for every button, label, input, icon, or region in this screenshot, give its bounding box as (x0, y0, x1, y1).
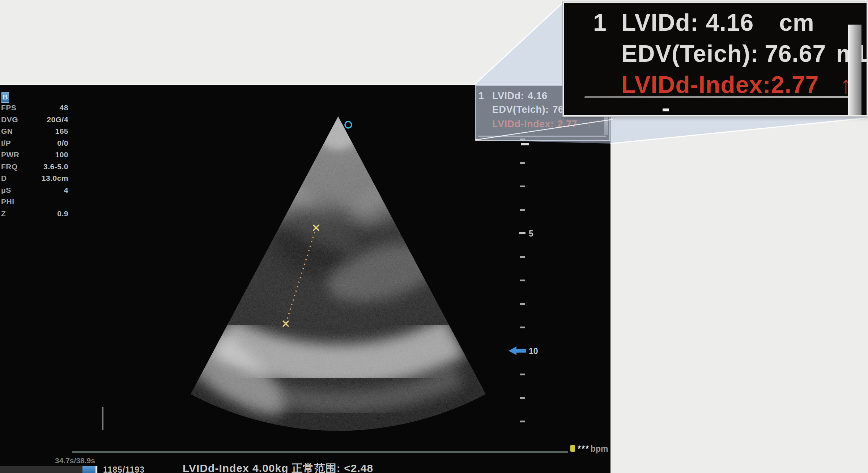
cine-progress-thumb[interactable] (82, 466, 97, 473)
cine-time-readout: 34.7s/38.9s (55, 456, 95, 465)
callout-line-lvidd: 1LVIDd:4.16cm (593, 9, 814, 36)
depth-scale: 5 10 (509, 139, 538, 422)
mode-badge: B (1, 92, 9, 103)
cine-progress-bar[interactable] (0, 466, 98, 473)
callout-line-edv: EDV(Teich):76.67mL (621, 40, 868, 67)
param-pwr: PWR100 (1, 149, 68, 161)
callout-separator (584, 96, 854, 98)
ultrasound-sector-image: 5 10 (0, 85, 610, 473)
callout-scrollbar[interactable] (848, 25, 861, 115)
param-z: Z0.9 (1, 208, 68, 220)
high-value-arrow-icon: ↑ (587, 119, 592, 129)
param-ip: I/P0/0 (1, 137, 68, 149)
callout-line-lvidd-index: LVIDd-Index:2.77↑ (621, 71, 852, 98)
results-window-handle[interactable] (521, 143, 529, 145)
param-depth: D13.0cm (1, 172, 68, 184)
result-line-lvidd-index: LVIDd-Index:2.77↑ (492, 119, 592, 130)
param-gn: GN165 (1, 125, 68, 137)
cine-frame-counter: 1185/1193 (103, 465, 145, 473)
param-fps: FPS48 (1, 102, 68, 114)
param-dvg: DVG20G/4 (1, 114, 68, 126)
results-separator (478, 136, 606, 137)
focus-marker-icon[interactable] (509, 346, 526, 355)
parameter-column: FPS48 DVG20G/4 GN165 I/P0/0 PWR100 FRQ3.… (1, 102, 68, 220)
status-bar-text: LVIDd-Index 4.00kg 正常范围: <2.48 (183, 461, 373, 473)
param-us: μS4 (1, 184, 68, 196)
depth-label-5: 5 (529, 229, 533, 238)
probe-orientation-marker-icon (345, 122, 352, 128)
measurement-zoom-callout: 1LVIDd:4.16cm EDV(Teich):76.67mL LVIDd-I… (563, 1, 868, 116)
ecg-baseline (72, 451, 568, 453)
param-phi: PHI (1, 196, 68, 208)
cine-marker-line (102, 407, 103, 430)
ecg-heart-icon (570, 445, 575, 452)
depth-label-10: 10 (529, 346, 538, 356)
ultrasound-screen: 5 10 B FPS48 DVG20G/4 GN165 I/P0/0 PWR10… (0, 84, 610, 473)
callout-window-handle[interactable] (663, 108, 669, 111)
param-frq: FRQ3.6-5.0 (1, 161, 68, 173)
heart-rate-readout: ***bpm (578, 444, 608, 454)
